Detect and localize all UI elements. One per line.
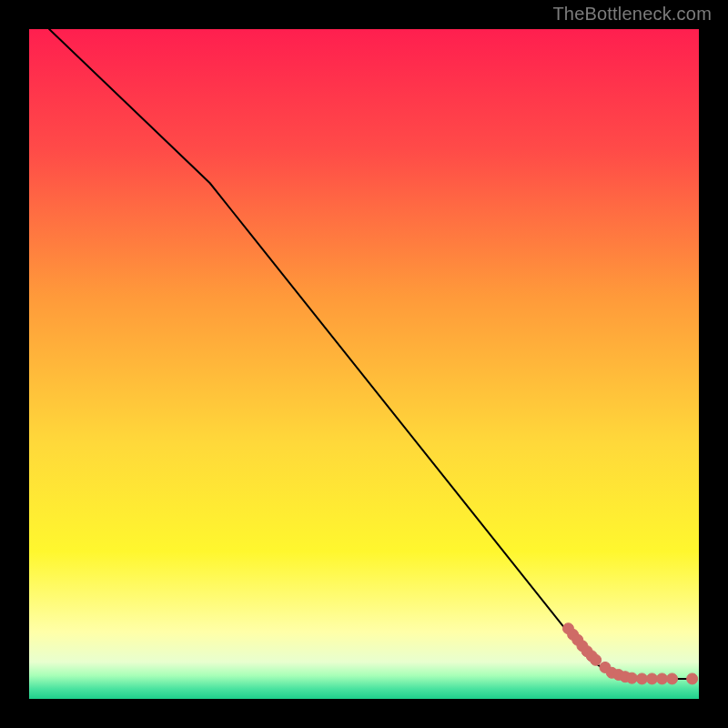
chart-point <box>636 673 647 684</box>
chart-point <box>667 673 678 684</box>
chart-point <box>591 654 602 665</box>
chart-background <box>29 29 699 699</box>
chart-point <box>657 673 668 684</box>
chart-point <box>626 672 637 683</box>
chart-point <box>687 673 698 684</box>
chart-canvas <box>29 29 699 699</box>
chart-point <box>646 673 657 684</box>
attribution-text: TheBottleneck.com <box>552 4 712 25</box>
